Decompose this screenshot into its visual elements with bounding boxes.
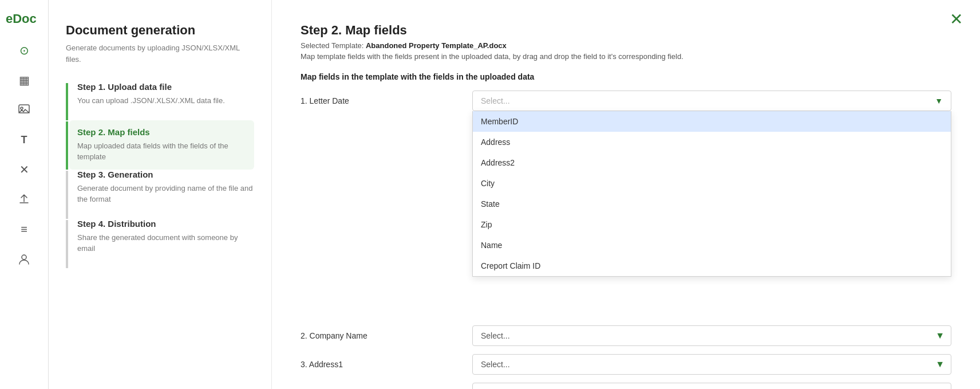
field-row-3: 3. Address1 Select... ▼ [301, 354, 951, 375]
step2-bar [66, 121, 68, 170]
step1-desc: You can upload .JSON/.XLSX/.XML data fil… [77, 95, 254, 107]
main-content: ✕ Step 2. Map fields Selected Template: … [272, 0, 980, 389]
step3-bar [66, 171, 68, 219]
field-label-2: 2. Company Name [301, 331, 472, 340]
nav-templates[interactable]: ▦ [11, 68, 37, 93]
modal-panel: Document generation Generate documents b… [49, 0, 980, 389]
step3-content: Step 3. Generation Generate document by … [77, 170, 254, 219]
step3-desc: Generate document by providing name of t… [77, 183, 254, 205]
field-select-1[interactable]: Select... ▼ MemberID Address Address2 Ci… [472, 91, 951, 111]
step4-content: Step 4. Distribution Share the generated… [77, 219, 254, 268]
template-info: Selected Template: Abandoned Property Te… [301, 41, 951, 50]
nav-images[interactable] [11, 97, 37, 123]
close-button[interactable]: ✕ [950, 11, 963, 27]
dropdown-trigger-1[interactable]: Select... ▼ [472, 91, 951, 111]
field-select-2[interactable]: Select... ▼ [472, 325, 951, 346]
step3-indicator [66, 170, 68, 219]
step4-desc: Share the generated document with someon… [77, 232, 254, 254]
dropdown-option-address2[interactable]: Address2 [473, 152, 951, 173]
app-logo: eDoc [0, 6, 37, 38]
nav-logs[interactable]: ≡ [11, 217, 37, 242]
app-sidebar: eDoc ⊙ ▦ T ✕ ≡ [0, 0, 49, 389]
step1-content: Step 1. Upload data file You can upload … [77, 82, 254, 120]
step4-indicator [66, 219, 68, 268]
field-row-2: 2. Company Name Select... ▼ [301, 325, 951, 346]
svg-point-2 [22, 255, 26, 260]
map-section-title: Map fields in the template with the fiel… [301, 72, 951, 81]
step1-name: Step 1. Upload data file [77, 82, 254, 92]
field-row-4: 4. Address2 Select... ▼ [301, 383, 951, 389]
nav-user[interactable] [11, 246, 37, 272]
field-row-1: 1. Letter Date Select... ▼ MemberID Addr… [301, 91, 951, 111]
step-item-2: Step 2. Map fields Map uploaded data fie… [66, 120, 254, 170]
dropdown-option-memberid[interactable]: MemberID [473, 111, 951, 132]
wizard-sidebar: Document generation Generate documents b… [49, 0, 272, 389]
step1-indicator [66, 82, 68, 120]
field-select-input-4[interactable]: Select... [472, 383, 951, 389]
dropdown-option-zip[interactable]: Zip [473, 214, 951, 235]
chevron-down-icon: ▼ [935, 96, 943, 105]
template-hint: Map template fields with the fields pres… [301, 52, 951, 61]
main-step-title: Step 2. Map fields [301, 23, 951, 38]
field-select-input-3[interactable]: Select... [472, 354, 951, 375]
step2-indicator [66, 120, 68, 170]
step1-bar [66, 83, 68, 120]
dropdown-option-address[interactable]: Address [473, 132, 951, 152]
wizard-subtitle: Generate documents by uploading JSON/XLS… [66, 42, 254, 65]
dropdown-placeholder: Select... [481, 96, 510, 105]
nav-text[interactable]: T [11, 127, 37, 152]
step2-desc: Map uploaded data fields with the fields… [77, 140, 246, 163]
nav-dashboard[interactable]: ⊙ [11, 38, 37, 63]
template-label: Selected Template: [301, 41, 363, 50]
step-item-1: Step 1. Upload data file You can upload … [66, 82, 254, 120]
wizard-title: Document generation [66, 23, 254, 38]
step4-bar [66, 220, 68, 268]
step-item-3: Step 3. Generation Generate document by … [66, 170, 254, 219]
step3-name: Step 3. Generation [77, 170, 254, 179]
field-select-input-2[interactable]: Select... [472, 325, 951, 346]
dropdown-option-creport[interactable]: Creport Claim ID [473, 256, 951, 276]
nav-upload[interactable] [11, 187, 37, 212]
dropdown-option-state[interactable]: State [473, 194, 951, 214]
field-label-1: 1. Letter Date [301, 96, 472, 105]
field-label-3: 3. Address1 [301, 360, 472, 369]
step2-name: Step 2. Map fields [77, 127, 246, 137]
dropdown-list-1[interactable]: MemberID Address Address2 City State Zip… [472, 111, 951, 277]
dropdown-option-city[interactable]: City [473, 173, 951, 194]
step4-name: Step 4. Distribution [77, 219, 254, 229]
field-select-3[interactable]: Select... ▼ [472, 354, 951, 375]
nav-tools[interactable]: ✕ [11, 157, 37, 182]
svg-point-1 [21, 107, 23, 109]
step2-content: Step 2. Map fields Map uploaded data fie… [69, 120, 254, 170]
template-name: Abandoned Property Template_AP.docx [366, 41, 507, 50]
field-mapping-container: 1. Letter Date Select... ▼ MemberID Addr… [301, 91, 951, 389]
modal-overlay: eDoc ⊙ ▦ T ✕ ≡ Doc [0, 0, 980, 389]
field-select-4[interactable]: Select... ▼ [472, 383, 951, 389]
dropdown-option-name[interactable]: Name [473, 235, 951, 256]
step-item-4: Step 4. Distribution Share the generated… [66, 219, 254, 268]
